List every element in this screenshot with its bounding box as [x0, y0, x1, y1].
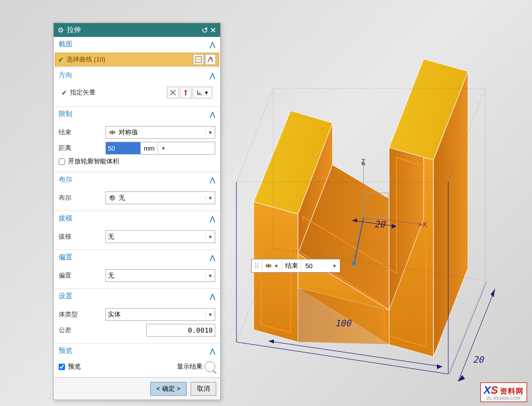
chevron-up-icon: ⋀	[210, 111, 215, 118]
open-profile-row: 开放轮廓智能体积	[59, 157, 215, 166]
svg-point-50	[255, 267, 256, 268]
viewport-3d[interactable]	[227, 0, 532, 406]
float-handle-icon[interactable]	[252, 259, 262, 272]
svg-point-47	[257, 263, 258, 264]
section-preview: 预览 ⋀ 预览 显示结果	[54, 344, 220, 377]
section-settings: 设置 ⋀ 体类型 实体 ▼ 公差	[54, 289, 220, 344]
floating-end-panel[interactable]: ▼ 结束 ▼	[251, 259, 340, 273]
float-end-dropdown-icon[interactable]: ▼	[332, 263, 337, 269]
boolean-dropdown[interactable]: 无 ▼	[105, 191, 215, 204]
specify-vector-row: ✔ 指定矢量 ▼	[59, 85, 215, 102]
offset-label: 偏置	[59, 271, 105, 280]
select-curve-row[interactable]: ✔ 选择曲线 (10)	[55, 53, 219, 66]
chevron-down-icon: ▼	[205, 195, 213, 201]
chevron-down-icon: ▼	[205, 130, 213, 135]
gear-icon: ⚙	[58, 26, 64, 34]
end-label: 结束	[59, 128, 105, 137]
distance-label: 距离	[59, 144, 105, 153]
open-profile-label: 开放轮廓智能体积	[68, 157, 119, 166]
open-profile-checkbox[interactable]	[59, 158, 65, 165]
checkmark-icon: ✔	[58, 56, 64, 63]
svg-marker-31	[437, 364, 442, 369]
section-header-profile[interactable]: 截面 ⋀	[54, 37, 220, 52]
chevron-up-icon: ⋀	[210, 176, 215, 184]
vector-axis-icon[interactable]	[180, 87, 192, 98]
chevron-up-icon: ⋀	[210, 254, 215, 261]
offset-dropdown[interactable]: 无 ▼	[105, 269, 215, 282]
section-header-offset[interactable]: 偏置 ⋀	[54, 250, 220, 265]
preview-checkbox-label: 预览	[68, 362, 81, 371]
preview-checkbox[interactable]	[59, 364, 65, 370]
float-end-value-cell: ▼	[301, 259, 340, 272]
section-limits: 限制 ⋀ 结束 对称值 ▼ 距离 mm ▼	[54, 107, 220, 172]
chevron-up-icon: ⋀	[210, 215, 215, 222]
svg-point-51	[257, 267, 258, 268]
chevron-up-icon: ⋀	[210, 347, 215, 355]
dimension-20a: 20	[374, 219, 385, 229]
section-header-boolean[interactable]: 布尔 ⋀	[54, 172, 220, 187]
chevron-down-icon: ▼	[205, 273, 213, 279]
reverse-vector-icon[interactable]	[167, 87, 179, 98]
reset-icon[interactable]: ↺	[201, 26, 208, 35]
svg-marker-6	[184, 90, 187, 92]
boolean-label: 布尔	[59, 193, 105, 202]
watermark: XS 资料网 ZL.XS1616.COM	[480, 382, 527, 402]
section-boolean: 布尔 ⋀ 布尔 无 ▼	[54, 172, 220, 211]
svg-marker-30	[268, 340, 274, 344]
distance-input[interactable]	[106, 142, 140, 154]
draft-label: 拔模	[59, 232, 105, 241]
chevron-down-icon: ▼	[205, 312, 213, 317]
section-offset: 偏置 ⋀ 偏置 无 ▼	[54, 250, 220, 289]
magnifier-icon[interactable]	[204, 361, 215, 372]
svg-point-12	[110, 195, 115, 200]
dialog-button-bar: < 确定 > 取消	[54, 377, 220, 400]
dimension-20b: 20	[473, 354, 484, 365]
extrude-dialog: ⚙ 拉伸 ↺ ✕ 截面 ⋀ ✔ 选择曲线 (10) 方向 ⋀	[53, 23, 221, 400]
cancel-button[interactable]: 取消	[191, 382, 216, 396]
ok-button[interactable]: < 确定 >	[150, 382, 187, 396]
dimension-100: 100	[335, 318, 351, 328]
svg-point-46	[255, 263, 256, 264]
dialog-title: 拉伸	[67, 26, 81, 34]
unit-dropdown-icon[interactable]: ▼	[158, 142, 169, 154]
svg-point-13	[110, 196, 112, 198]
show-result-label: 显示结果	[177, 362, 202, 371]
close-icon[interactable]: ✕	[210, 26, 216, 35]
distance-unit: mm	[140, 142, 158, 154]
distance-input-group: mm ▼	[105, 142, 215, 155]
chevron-down-icon: ▼	[205, 234, 213, 240]
sketch-icon[interactable]	[193, 54, 204, 65]
chevron-up-icon: ⋀	[210, 72, 215, 79]
section-direction: 方向 ⋀ ✔ 指定矢量 ▼	[54, 68, 220, 107]
section-draft: 拔模 ⋀ 拔模 无 ▼	[54, 211, 220, 250]
svg-point-49	[257, 265, 258, 266]
section-header-direction[interactable]: 方向 ⋀	[54, 68, 220, 83]
section-header-draft[interactable]: 拔模 ⋀	[54, 211, 220, 226]
section-header-settings[interactable]: 设置 ⋀	[54, 289, 220, 304]
curve-filter-icon[interactable]	[205, 54, 216, 65]
end-type-dropdown[interactable]: 对称值 ▼	[105, 126, 215, 139]
tolerance-label: 公差	[59, 326, 105, 335]
float-end-input[interactable]	[304, 262, 331, 270]
float-end-type-dropdown[interactable]: ▼	[262, 259, 282, 272]
body-type-dropdown[interactable]: 实体 ▼	[105, 308, 215, 321]
section-profile: 截面 ⋀ ✔ 选择曲线 (10)	[54, 37, 220, 68]
tolerance-input[interactable]	[146, 324, 215, 337]
body-type-label: 体类型	[59, 310, 105, 319]
section-header-preview[interactable]: 预览 ⋀	[54, 344, 220, 358]
draft-dropdown[interactable]: 无 ▼	[105, 230, 215, 243]
svg-point-45	[352, 261, 356, 265]
checkmark-icon: ✔	[62, 89, 67, 96]
section-header-limits[interactable]: 限制 ⋀	[54, 107, 220, 122]
chevron-up-icon: ⋀	[210, 293, 215, 300]
float-end-label: 结束	[282, 259, 301, 272]
axis-z-label: Z	[361, 157, 366, 165]
svg-point-48	[255, 265, 256, 266]
symmetric-icon	[108, 128, 117, 137]
dialog-titlebar[interactable]: ⚙ 拉伸 ↺ ✕	[54, 23, 220, 37]
axis-x-label: X	[423, 220, 427, 228]
boolean-none-icon	[108, 193, 117, 202]
chevron-up-icon: ⋀	[210, 41, 215, 48]
vector-csys-dropdown[interactable]: ▼	[193, 87, 212, 98]
svg-marker-35	[491, 289, 495, 297]
